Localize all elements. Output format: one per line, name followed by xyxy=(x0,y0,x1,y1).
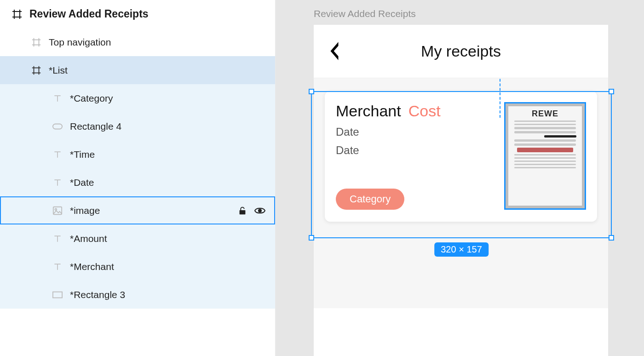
layer-label: Top navigation xyxy=(49,37,275,48)
rounded-rect-icon xyxy=(52,121,63,132)
eye-icon[interactable] xyxy=(254,206,266,215)
back-icon[interactable] xyxy=(327,40,342,62)
layer-row-rectangle-4[interactable]: Rectangle 4 xyxy=(0,112,275,140)
text-icon xyxy=(52,177,63,189)
layer-row-top-navigation[interactable]: Top navigation xyxy=(0,28,275,56)
layer-label: *image xyxy=(70,205,237,216)
receipt-brand: REWE xyxy=(532,109,558,119)
layer-label: *Time xyxy=(70,149,275,160)
resize-handle-tr[interactable] xyxy=(609,89,614,94)
svg-point-20 xyxy=(55,208,57,210)
layer-row-root[interactable]: Review Added Receipts xyxy=(0,0,275,28)
topnav: My receipts xyxy=(314,25,608,78)
svg-rect-14 xyxy=(53,124,62,129)
layer-row-amount[interactable]: *Amount xyxy=(0,224,275,253)
layer-row-time[interactable]: *Time xyxy=(0,140,275,168)
text-icon xyxy=(52,92,63,104)
category-pill[interactable]: Category xyxy=(336,189,404,210)
layer-label: *Merchant xyxy=(70,261,275,272)
layer-label: *Category xyxy=(70,93,275,104)
layer-row-image[interactable]: *image xyxy=(0,196,275,224)
text-icon xyxy=(52,233,63,245)
resize-handle-br[interactable] xyxy=(609,235,614,241)
cost-label: Cost xyxy=(408,102,441,120)
receipt-slip: REWE xyxy=(508,106,582,206)
receipt-image[interactable]: REWE xyxy=(504,102,586,210)
text-icon xyxy=(52,261,63,273)
date-label-2: Date xyxy=(336,144,495,157)
layers-panel: Review Added Receipts Top navigation *Li… xyxy=(0,0,276,356)
unlock-icon[interactable] xyxy=(237,206,247,216)
svg-rect-19 xyxy=(53,207,62,214)
layer-label: *List xyxy=(49,65,275,76)
text-icon xyxy=(52,149,63,161)
layer-label: Review Added Receipts xyxy=(29,8,275,20)
layer-row-list[interactable]: *List xyxy=(0,56,275,84)
receipt-card[interactable]: Merchant Cost Date Date Category REWE xyxy=(325,91,597,222)
layer-label: *Amount xyxy=(70,233,275,244)
layer-row-rectangle-3[interactable]: *Rectangle 3 xyxy=(0,281,275,309)
receipts-area: Merchant Cost Date Date Category REWE xyxy=(314,78,608,308)
frame-icon xyxy=(30,64,42,76)
layer-row-category[interactable]: *Category xyxy=(0,84,275,112)
merchant-label: Merchant xyxy=(336,102,401,120)
frame-name-label[interactable]: Review Added Receipts xyxy=(314,8,416,19)
layer-label: Rectangle 4 xyxy=(70,121,275,132)
date-label-1: Date xyxy=(336,126,495,138)
layer-label: *Rectangle 3 xyxy=(70,289,275,300)
canvas[interactable]: Review Added Receipts My receipts Mercha… xyxy=(276,0,644,356)
svg-rect-21 xyxy=(240,210,246,214)
rect-icon xyxy=(52,289,63,301)
page-title: My receipts xyxy=(314,42,608,60)
card-left: Merchant Cost Date Date Category xyxy=(336,102,495,210)
svg-rect-27 xyxy=(53,292,62,298)
frame-icon xyxy=(11,8,23,20)
layer-row-date[interactable]: *Date xyxy=(0,168,275,196)
layer-label: *Date xyxy=(70,177,275,188)
svg-point-22 xyxy=(259,209,261,212)
image-icon xyxy=(52,205,63,217)
artboard[interactable]: My receipts Merchant Cost Date Date Cate… xyxy=(314,25,608,356)
layer-actions xyxy=(237,206,275,216)
frame-icon xyxy=(30,36,42,48)
layer-row-merchant[interactable]: *Merchant xyxy=(0,253,275,281)
